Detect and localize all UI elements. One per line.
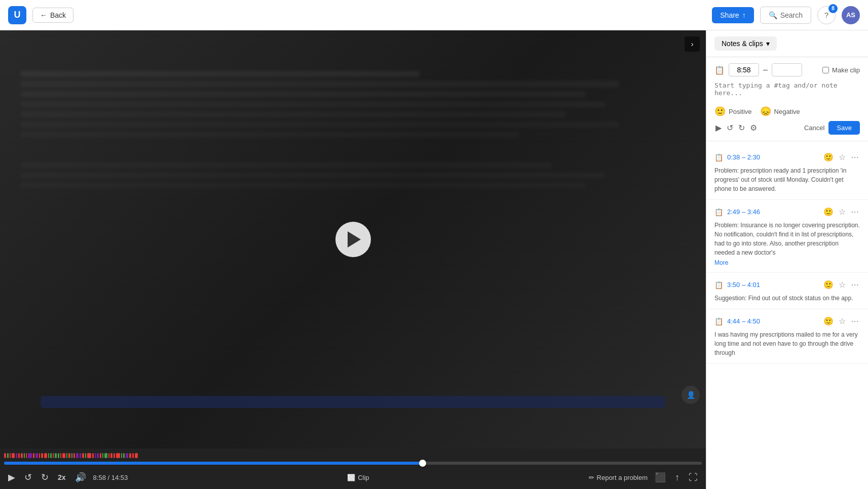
clip-time-range-3[interactable]: 3:50 – 4:01 (727, 281, 760, 289)
clip-item: 📋 0:38 – 2:30 🙂 ☆ ⋯ Problem: prescriptio… (706, 145, 868, 200)
forward-button[interactable]: ↻ (39, 470, 51, 485)
time-start-field[interactable] (729, 63, 759, 76)
clip-time-range-2[interactable]: 2:49 – 3:46 (727, 208, 760, 216)
note-play-button[interactable]: ▶ (714, 122, 723, 134)
note-rewind-button[interactable]: ↺ (726, 122, 734, 134)
negative-icon: 😞 (760, 106, 771, 117)
search-button[interactable]: 🔍 Search (760, 7, 811, 24)
header-right: Share ↑ 🔍 Search ? 8 AS (712, 6, 860, 24)
clip-item-4: 📋 4:44 – 4:50 🙂 ☆ ⋯ I was having my pres… (706, 309, 868, 364)
clip-time-range-4[interactable]: 4:44 – 4:50 (727, 317, 760, 325)
back-arrow-icon: ← (40, 11, 47, 19)
share-button[interactable]: Share ↑ (712, 7, 753, 23)
play-pause-button[interactable]: ▶ (6, 470, 17, 485)
help-button[interactable]: ? 8 (817, 6, 836, 24)
clip-film-icon-1: 📋 (714, 153, 723, 161)
clip-text-3: Suggestion: Find out out of stock status… (714, 294, 860, 303)
clip-header-2: 📋 2:49 – 3:46 🙂 ☆ ⋯ (714, 206, 860, 218)
controls-right: ✏ Report a problem ⬛ ↑ ⛶ (589, 470, 700, 485)
notes-clips-tab[interactable]: Notes & clips ▾ (714, 36, 777, 51)
clip-star-button-4[interactable]: ☆ (838, 315, 847, 327)
clip-star-button-2[interactable]: ☆ (838, 206, 847, 218)
clip-header-1: 📋 0:38 – 2:30 🙂 ☆ ⋯ (714, 151, 860, 163)
time-dash: – (763, 65, 768, 74)
clip-star-button-1[interactable]: ☆ (838, 151, 847, 163)
note-controls-left: ▶ ↺ ↻ ⚙ (714, 122, 758, 134)
play-button-overlay[interactable] (335, 222, 371, 257)
timeline-markers (4, 452, 702, 460)
negative-label: Negative (774, 108, 800, 115)
rewind-button[interactable]: ↺ (22, 470, 34, 485)
clip-more-button-4[interactable]: ⋯ (850, 315, 860, 327)
clip-emoji-button-2[interactable]: 🙂 (822, 206, 835, 218)
save-button[interactable]: Save (828, 121, 860, 135)
search-label: Search (780, 11, 803, 19)
report-label: Report a problem (597, 474, 648, 481)
expand-panel-button[interactable]: › (685, 36, 700, 52)
note-settings-button[interactable]: ⚙ (749, 122, 758, 134)
clip-emoji-button-1[interactable]: 🙂 (822, 151, 835, 163)
back-label: Back (50, 11, 66, 19)
progress-fill (4, 462, 423, 465)
sidebar-header: Notes & clips ▾ (706, 30, 868, 57)
clip-header-3: 📋 3:50 – 4:01 🙂 ☆ ⋯ (714, 279, 860, 291)
clip-emoji-button-4[interactable]: 🙂 (822, 315, 835, 327)
clip-film-icon-2: 📋 (714, 208, 723, 216)
report-button[interactable]: ✏ Report a problem (589, 474, 648, 481)
sentiment-row: 🙂 Positive 😞 Negative (714, 106, 860, 117)
note-entry-area: 📋 – Make clip 🙂 Positive 😞 Negative (706, 57, 868, 141)
make-clip-checkbox[interactable] (822, 67, 829, 73)
logo-icon: U (8, 6, 26, 24)
video-transcript-bar (41, 396, 665, 408)
clip-actions-3: 🙂 ☆ ⋯ (822, 279, 860, 291)
clip-more-button-3[interactable]: ⋯ (850, 279, 860, 291)
clip-item-3: 📋 3:50 – 4:01 🙂 ☆ ⋯ Suggestion: Find out… (706, 273, 868, 309)
controls-center: ⬜ Clip (347, 474, 369, 481)
clip-item-2: 📋 2:49 – 3:46 🙂 ☆ ⋯ Problem: Insurance i… (706, 200, 868, 273)
clips-list: 📋 0:38 – 2:30 🙂 ☆ ⋯ Problem: prescriptio… (706, 141, 868, 489)
progress-bar[interactable] (4, 462, 702, 465)
video-container[interactable]: › 👤 (0, 30, 706, 449)
clip-star-button-3[interactable]: ☆ (838, 279, 847, 291)
notes-clips-label: Notes & clips (722, 39, 763, 48)
chevron-down-icon: ▾ (766, 39, 770, 48)
cancel-button[interactable]: Cancel (804, 124, 824, 132)
note-actions-right: Cancel Save (804, 121, 860, 135)
header-left: U ← Back (8, 6, 73, 24)
clip-more-button-2[interactable]: ⋯ (850, 206, 860, 218)
negative-sentiment-button[interactable]: 😞 Negative (760, 106, 800, 117)
clip-more-link-2[interactable]: More (714, 259, 860, 266)
clip-film-icon-3: 📋 (714, 281, 723, 289)
clip-button[interactable]: ⬜ Clip (347, 474, 369, 481)
avatar[interactable]: AS (842, 6, 860, 24)
clip-text-4: I was having my prescriptions mailed to … (714, 330, 860, 357)
fullscreen-button[interactable]: ⛶ (687, 470, 700, 485)
make-clip-check: Make clip (822, 66, 860, 74)
clip-time-range-1[interactable]: 0:38 – 2:30 (727, 153, 760, 161)
controls-left: ▶ ↺ ↻ 2x 🔊 8:58 / 14:53 (6, 470, 128, 485)
make-clip-label: Make clip (832, 66, 860, 74)
clip-emoji-button-3[interactable]: 🙂 (822, 279, 835, 291)
controls-bar: ▶ ↺ ↻ 2x 🔊 8:58 / 14:53 ⬜ Clip ✏ Report … (0, 466, 706, 489)
note-text-input[interactable] (714, 82, 860, 100)
header: U ← Back Share ↑ 🔍 Search ? 8 AS (0, 0, 868, 30)
clip-more-button-1[interactable]: ⋯ (850, 151, 860, 163)
note-forward-button[interactable]: ↻ (737, 122, 746, 134)
clip-text-1: Problem: prescription ready and 1 prescr… (714, 166, 860, 193)
volume-button[interactable]: 🔊 (73, 470, 88, 485)
video-area: › 👤 (0, 30, 706, 489)
share-video-button[interactable]: ↑ (673, 470, 682, 485)
positive-label: Positive (729, 108, 752, 115)
report-icon: ✏ (589, 474, 594, 481)
time-end-field[interactable] (772, 63, 802, 76)
back-button[interactable]: ← Back (32, 8, 73, 23)
volume-icon[interactable]: 👤 (682, 386, 700, 404)
search-icon: 🔍 (769, 11, 777, 19)
clip-text-2: Problem: Insurance is no longer covering… (714, 221, 860, 257)
subtitles-button[interactable]: ⬛ (653, 470, 668, 485)
clip-actions-2: 🙂 ☆ ⋯ (822, 206, 860, 218)
speed-button[interactable]: 2x (56, 472, 68, 482)
sidebar: Notes & clips ▾ 📋 – Make clip 🙂 Posit (706, 30, 868, 489)
video-timeline-area (0, 449, 706, 466)
positive-sentiment-button[interactable]: 🙂 Positive (714, 106, 752, 117)
